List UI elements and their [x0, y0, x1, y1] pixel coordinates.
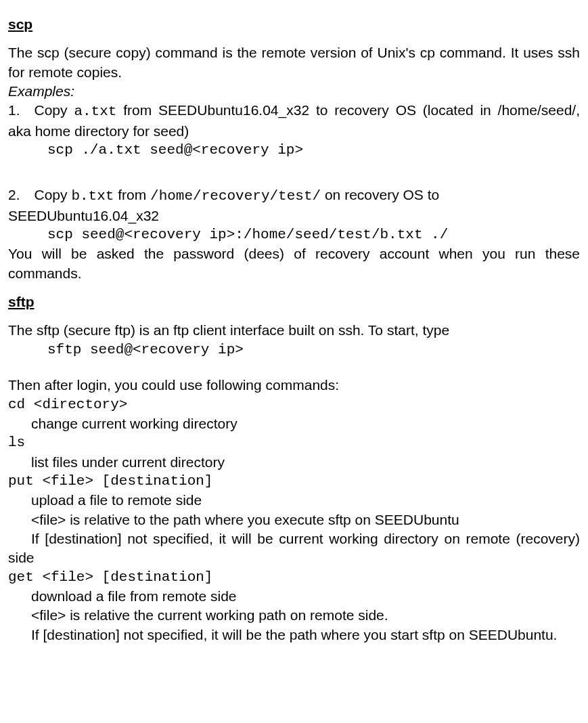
put-desc-1: upload a file to remote side — [31, 491, 580, 510]
ls-cmd: ls — [8, 433, 580, 452]
get-desc-2: <file> is relative the current working p… — [31, 606, 580, 625]
ex1-file: a.txt — [74, 104, 116, 119]
scp-example-2-cmd: scp seed@<recovery ip>:/home/seed/test/b… — [47, 225, 580, 244]
scp-intro: The scp (secure copy) command is the rem… — [8, 43, 580, 82]
examples-label: Examples: — [8, 82, 580, 101]
scp-example-1-cmd: scp ./a.txt seed@<recovery ip> — [47, 141, 580, 160]
sftp-intro: The sftp (secure ftp) is an ftp client i… — [8, 321, 580, 340]
scp-heading: scp — [8, 15, 580, 34]
scp-example-2: 2. Copy b.txt from /home/recovery/test/ … — [8, 185, 580, 225]
scp-note: You will be asked the password (dees) of… — [8, 244, 580, 283]
put-cmd: put <file> [destination] — [8, 472, 580, 491]
ls-desc: list files under current directory — [31, 453, 580, 472]
ex2-pre: 2. Copy — [8, 187, 71, 202]
sftp-then: Then after login, you could use followin… — [8, 376, 580, 395]
get-cmd: get <file> [destination] — [8, 568, 580, 587]
ex2-file: b.txt — [71, 188, 114, 204]
cd-desc: change current working directory — [31, 414, 580, 433]
sftp-heading: sftp — [8, 292, 580, 311]
cd-cmd: cd <directory> — [8, 395, 580, 414]
ex1-pre: 1. Copy — [8, 102, 74, 118]
sftp-start-cmd: sftp seed@<recovery ip> — [47, 341, 580, 359]
get-desc-1: download a file from remote side — [31, 587, 580, 606]
ex2-mid: from — [114, 187, 150, 202]
scp-example-1: 1. Copy a.txt from SEEDUbuntu16.04_x32 t… — [8, 101, 580, 141]
put-desc-3: If [destination] not specified, it will … — [8, 529, 580, 568]
get-desc-3: If [destination] not specified, it will … — [8, 626, 580, 644]
ex2-path: /home/recovery/test/ — [150, 188, 321, 204]
put-desc-2: <file> is relative to the path where you… — [31, 510, 580, 529]
